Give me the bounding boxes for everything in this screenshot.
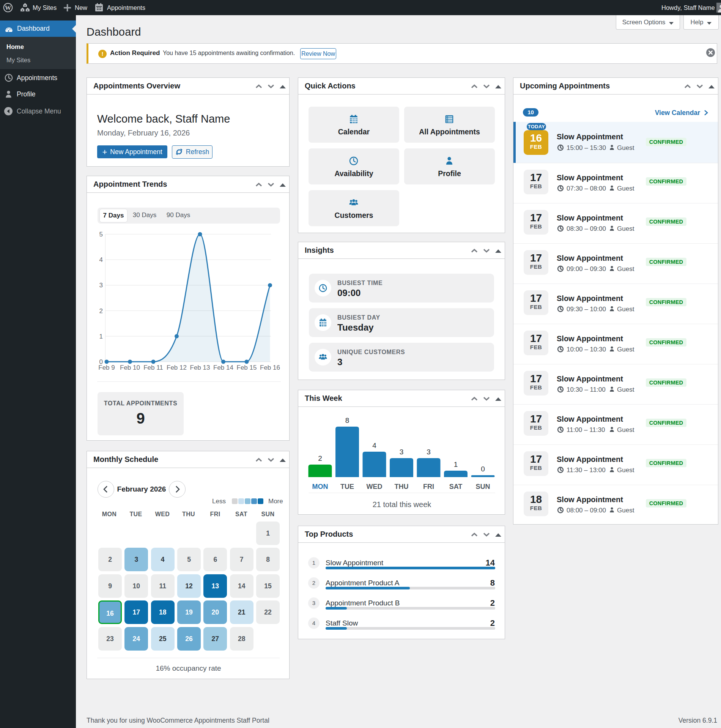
- svg-text:0: 0: [481, 465, 485, 473]
- svg-text:Feb 11: Feb 11: [143, 364, 163, 371]
- svg-text:1: 1: [99, 333, 103, 340]
- svg-text:Feb 13: Feb 13: [190, 364, 210, 371]
- svg-text:MON: MON: [312, 483, 328, 490]
- svg-text:2: 2: [318, 454, 322, 462]
- svg-text:4: 4: [372, 441, 376, 449]
- svg-text:2: 2: [99, 307, 103, 315]
- svg-text:Feb 15: Feb 15: [237, 364, 257, 371]
- svg-text:1: 1: [454, 460, 458, 468]
- svg-text:Feb 14: Feb 14: [213, 364, 233, 371]
- svg-text:THU: THU: [395, 483, 409, 490]
- svg-text:SUN: SUN: [475, 483, 490, 490]
- svg-text:5: 5: [99, 231, 103, 238]
- svg-text:WED: WED: [367, 483, 383, 490]
- svg-text:W: W: [5, 4, 11, 11]
- svg-text:3: 3: [427, 448, 431, 456]
- svg-text:Feb 10: Feb 10: [120, 364, 140, 371]
- svg-text:Feb 16: Feb 16: [260, 364, 280, 371]
- svg-text:Feb 9: Feb 9: [98, 364, 115, 371]
- svg-text:4: 4: [99, 256, 103, 263]
- svg-text:8: 8: [345, 416, 349, 424]
- svg-text:3: 3: [99, 282, 103, 289]
- svg-text:FRI: FRI: [423, 483, 434, 490]
- svg-text:Feb 12: Feb 12: [167, 364, 187, 371]
- svg-text:SAT: SAT: [449, 483, 463, 490]
- svg-text:TUE: TUE: [340, 483, 354, 490]
- svg-text:3: 3: [400, 448, 404, 456]
